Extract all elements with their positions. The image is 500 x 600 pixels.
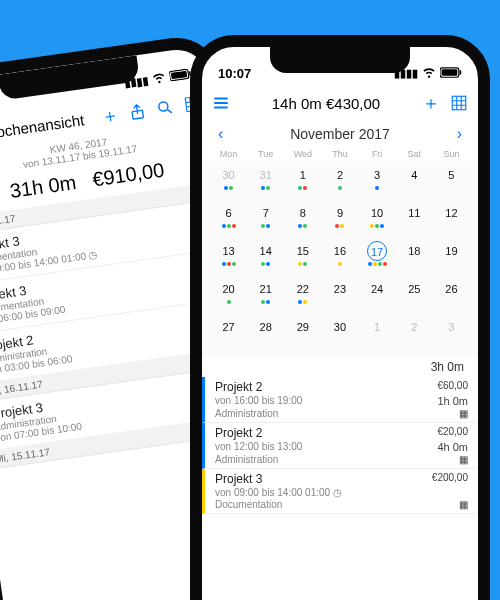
svg-rect-2 <box>171 70 187 78</box>
entry-time: von 12:00 bis 13:00 <box>215 441 437 453</box>
time-entry[interactable]: Projekt 2€20,00von 12:00 bis 13:004h 0mA… <box>202 423 478 469</box>
day-number: 26 <box>441 279 461 299</box>
calendar-day[interactable]: 14 <box>247 239 284 275</box>
summary-hours: 3h 0m <box>431 360 464 374</box>
day-number: 19 <box>441 241 461 261</box>
calendar-grid[interactable]: 3031123456789101112131415161718192021222… <box>202 161 478 357</box>
calendar-day[interactable]: 28 <box>247 315 284 351</box>
event-dot <box>335 224 339 228</box>
calendar-day[interactable]: 10 <box>359 201 396 237</box>
event-dot <box>227 300 231 304</box>
day-number: 10 <box>367 203 387 223</box>
event-dot <box>373 262 377 266</box>
event-dot <box>298 300 302 304</box>
calendar-day[interactable]: 13 <box>210 239 247 275</box>
share-icon[interactable] <box>127 102 147 122</box>
event-dot <box>383 262 387 266</box>
event-dot <box>338 186 342 190</box>
calendar-day[interactable]: 23 <box>321 277 358 313</box>
calendar-day[interactable]: 12 <box>433 201 470 237</box>
grid-icon[interactable] <box>450 94 468 112</box>
calc-icon: ▦ <box>437 454 468 465</box>
time-entry[interactable]: Projekt 3€200,00von 09:00 bis 14:00 01:0… <box>202 469 478 514</box>
entry-hours: 4h 0m <box>437 441 468 453</box>
event-dot <box>232 262 236 266</box>
event-dot <box>261 262 265 266</box>
event-dot <box>261 186 265 190</box>
calendar-day[interactable]: 16 <box>321 239 358 275</box>
calendar-day[interactable]: 3 <box>433 315 470 351</box>
day-number: 5 <box>441 165 461 185</box>
event-dot <box>227 224 231 228</box>
calendar-day[interactable]: 26 <box>433 277 470 313</box>
event-dot <box>298 262 302 266</box>
calendar-day[interactable]: 27 <box>210 315 247 351</box>
calendar-day[interactable]: 24 <box>359 277 396 313</box>
calendar-day[interactable]: 17 <box>359 239 396 275</box>
calendar-day[interactable]: 1 <box>284 163 321 199</box>
event-dot <box>266 224 270 228</box>
calendar-day[interactable]: 31 <box>247 163 284 199</box>
event-dot <box>380 224 384 228</box>
event-dot <box>340 224 344 228</box>
wifi-icon <box>151 69 167 87</box>
next-month-icon[interactable]: › <box>457 125 462 143</box>
add-icon[interactable]: ＋ <box>99 102 120 128</box>
entry-hours: 1h 0m <box>437 395 468 407</box>
calendar-day[interactable]: 30 <box>210 163 247 199</box>
calendar-day[interactable]: 25 <box>396 277 433 313</box>
wifi-icon <box>422 65 436 81</box>
entry-time: von 09:00 bis 14:00 01:00 ◷ <box>215 487 432 498</box>
calendar-day[interactable]: 2 <box>396 315 433 351</box>
entry-sub: Documentation <box>215 499 432 510</box>
calendar-day[interactable]: 11 <box>396 201 433 237</box>
calendar-day[interactable]: 15 <box>284 239 321 275</box>
calendar-day[interactable]: 9 <box>321 201 358 237</box>
calendar-day[interactable]: 3 <box>359 163 396 199</box>
entry-time: von 16:00 bis 19:00 <box>215 395 437 407</box>
calendar-day[interactable]: 30 <box>321 315 358 351</box>
add-icon[interactable]: ＋ <box>422 91 440 115</box>
calendar-day[interactable]: 7 <box>247 201 284 237</box>
calendar-day[interactable]: 20 <box>210 277 247 313</box>
event-dot <box>298 186 302 190</box>
day-number: 28 <box>256 317 276 337</box>
event-dot <box>222 224 226 228</box>
calendar-day[interactable]: 29 <box>284 315 321 351</box>
entry-list[interactable]: Projekt 2€60,00von 16:00 bis 19:001h 0mA… <box>202 377 478 514</box>
dow-label: Sun <box>433 149 470 159</box>
day-number: 25 <box>404 279 424 299</box>
calendar-day[interactable]: 21 <box>247 277 284 313</box>
total-money: €910,00 <box>91 158 166 190</box>
calendar-day[interactable]: 22 <box>284 277 321 313</box>
event-dot <box>229 186 233 190</box>
event-dot <box>266 300 270 304</box>
day-number: 16 <box>330 241 350 261</box>
day-number: 7 <box>256 203 276 223</box>
calendar-day[interactable]: 4 <box>396 163 433 199</box>
calendar-day[interactable]: 5 <box>433 163 470 199</box>
calendar-day[interactable]: 8 <box>284 201 321 237</box>
dow-label: Sat <box>396 149 433 159</box>
search-icon[interactable] <box>155 98 175 118</box>
day-number: 9 <box>330 203 350 223</box>
calendar-day[interactable]: 6 <box>210 201 247 237</box>
day-number: 1 <box>293 165 313 185</box>
prev-month-icon[interactable]: ‹ <box>218 125 223 143</box>
menu-icon[interactable] <box>212 94 230 112</box>
event-dot <box>298 224 302 228</box>
svg-rect-15 <box>460 70 462 75</box>
day-number: 21 <box>256 279 276 299</box>
calendar-day[interactable]: 18 <box>396 239 433 275</box>
dow-label: Wed <box>284 149 321 159</box>
nav-bar: 14h 0m €430,00 ＋ <box>202 83 478 123</box>
dow-label: Mon <box>210 149 247 159</box>
calendar-day[interactable]: 2 <box>321 163 358 199</box>
calendar-day[interactable]: 19 <box>433 239 470 275</box>
calc-icon: ▦ <box>432 499 468 510</box>
entry-sub: Administration <box>215 454 437 465</box>
calendar-day[interactable]: 1 <box>359 315 396 351</box>
time-entry[interactable]: Projekt 2€60,00von 16:00 bis 19:001h 0mA… <box>202 377 478 423</box>
day-number: 11 <box>404 203 424 223</box>
nav-title: Wochenansicht <box>0 110 92 143</box>
